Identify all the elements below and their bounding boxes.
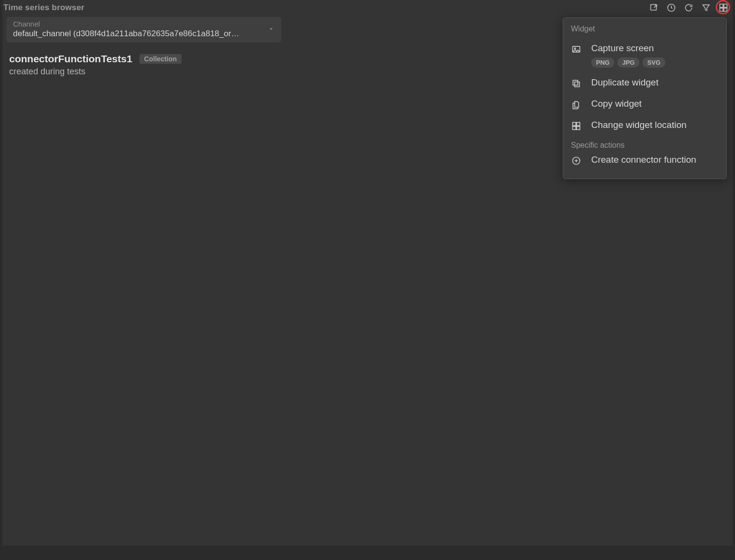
svg-rect-9: [575, 82, 580, 87]
capture-format-chips: PNG JPG SVG: [591, 57, 719, 68]
menu-item-create-connector[interactable]: Create connector function: [571, 150, 719, 171]
widget-title: Time series browser: [3, 3, 84, 13]
menu-item-label: Create connector function: [591, 154, 719, 165]
menu-item-label: Capture screen: [591, 43, 719, 54]
svg-rect-4: [720, 8, 723, 12]
image-icon: [571, 44, 582, 55]
collection-name: connectorFunctionTests1: [9, 53, 132, 64]
duplicate-icon: [571, 78, 582, 89]
chip-png[interactable]: PNG: [591, 57, 614, 68]
collection-badge: Collection: [139, 54, 182, 64]
menu-section-widget: Widget: [571, 25, 719, 33]
svg-rect-2: [720, 4, 723, 8]
dropdown-caret-icon: [268, 26, 275, 34]
channel-field-value: default_channel (d308f4d1a211aba762635a7…: [13, 29, 252, 39]
svg-rect-13: [577, 126, 580, 130]
menu-item-label: Duplicate widget: [591, 77, 719, 88]
menu-item-copy-widget[interactable]: Copy widget: [571, 94, 719, 115]
menu-section-specific: Specific actions: [571, 141, 719, 150]
chip-jpg[interactable]: JPG: [617, 57, 639, 68]
move-icon: [571, 121, 582, 131]
open-external-icon[interactable]: [649, 2, 659, 13]
channel-select[interactable]: Channel default_channel (d308f4d1a211aba…: [6, 17, 281, 42]
widget-context-menu: Widget Capture screen PNG JPG SVG Duplic…: [563, 17, 727, 179]
menu-item-change-location[interactable]: Change widget location: [571, 115, 719, 136]
svg-rect-8: [573, 80, 578, 85]
channel-field-label: Channel: [13, 20, 252, 28]
chip-svg[interactable]: SVG: [642, 57, 665, 68]
filter-icon[interactable]: [701, 2, 711, 13]
widget-header: Time series browser: [2, 0, 733, 15]
widget-menu-icon[interactable]: [718, 2, 729, 13]
menu-item-duplicate-widget[interactable]: Duplicate widget: [571, 72, 719, 94]
header-toolbar: [649, 2, 729, 13]
refresh-icon[interactable]: [683, 2, 694, 13]
svg-rect-0: [651, 4, 656, 10]
svg-rect-10: [573, 123, 576, 126]
svg-rect-12: [573, 126, 576, 130]
svg-point-7: [574, 48, 576, 49]
svg-rect-5: [724, 8, 727, 12]
widget-panel: Time series browser Channel default_chan…: [2, 0, 733, 546]
plus-circle-icon: [571, 155, 582, 166]
menu-item-label: Change widget location: [591, 120, 719, 130]
copy-icon: [571, 99, 582, 110]
menu-item-label: Copy widget: [591, 98, 719, 109]
time-icon[interactable]: [666, 2, 677, 13]
svg-rect-11: [577, 123, 580, 126]
menu-item-capture-screen[interactable]: Capture screen PNG JPG SVG: [571, 38, 719, 72]
svg-rect-3: [724, 4, 727, 8]
